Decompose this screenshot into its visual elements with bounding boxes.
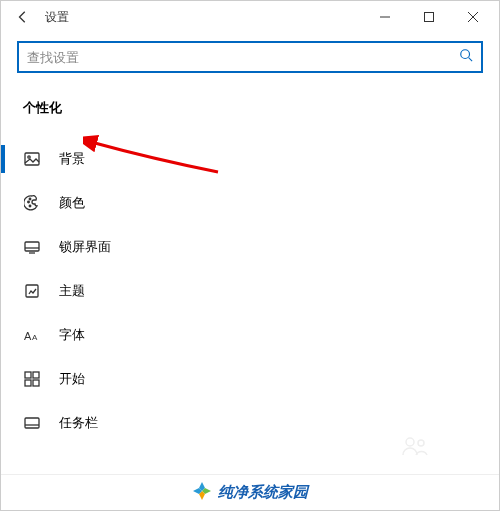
svg-point-24: [418, 440, 424, 446]
svg-text:A: A: [32, 333, 38, 342]
close-button[interactable]: [451, 1, 495, 33]
nav-list: 背景 颜色 锁屏界面 主题 AA 字体 开始 任务栏: [1, 137, 499, 445]
nav-item-label: 锁屏界面: [59, 238, 111, 256]
nav-item-label: 开始: [59, 370, 85, 388]
people-icon: [401, 436, 429, 460]
svg-point-10: [29, 205, 31, 207]
search-box[interactable]: [17, 41, 483, 73]
picture-icon: [23, 150, 41, 168]
svg-rect-20: [33, 380, 39, 386]
nav-item-start[interactable]: 开始: [1, 357, 499, 401]
brand-text: 纯净系统家园: [218, 483, 308, 502]
svg-rect-11: [25, 242, 39, 251]
svg-rect-14: [26, 285, 38, 297]
svg-rect-18: [33, 372, 39, 378]
start-icon: [23, 370, 41, 388]
svg-rect-21: [25, 418, 39, 428]
search-icon: [459, 48, 473, 66]
window-controls: [363, 1, 495, 33]
svg-point-9: [29, 198, 31, 200]
svg-point-4: [461, 50, 470, 59]
svg-rect-19: [25, 380, 31, 386]
taskbar-icon: [23, 414, 41, 432]
search-input[interactable]: [27, 50, 459, 65]
nav-item-label: 主题: [59, 282, 85, 300]
svg-point-7: [28, 156, 30, 158]
nav-item-label: 颜色: [59, 194, 85, 212]
back-button[interactable]: [5, 1, 41, 33]
category-title: 个性化: [1, 81, 499, 123]
palette-icon: [23, 194, 41, 212]
nav-item-background[interactable]: 背景: [1, 137, 499, 181]
nav-item-lockscreen[interactable]: 锁屏界面: [1, 225, 499, 269]
brand-logo-icon: [192, 481, 212, 505]
nav-item-themes[interactable]: 主题: [1, 269, 499, 313]
nav-item-label: 字体: [59, 326, 85, 344]
nav-item-fonts[interactable]: AA 字体: [1, 313, 499, 357]
footer-brand: 纯净系统家园: [1, 474, 499, 510]
nav-item-label: 任务栏: [59, 414, 98, 432]
titlebar: 设置: [1, 1, 499, 33]
svg-point-23: [406, 438, 414, 446]
svg-line-5: [469, 58, 473, 62]
minimize-button[interactable]: [363, 1, 407, 33]
nav-item-colors[interactable]: 颜色: [1, 181, 499, 225]
svg-point-8: [28, 201, 30, 203]
svg-rect-17: [25, 372, 31, 378]
svg-text:A: A: [24, 330, 32, 342]
maximize-button[interactable]: [407, 1, 451, 33]
lockscreen-icon: [23, 238, 41, 256]
theme-icon: [23, 282, 41, 300]
nav-item-label: 背景: [59, 150, 85, 168]
search-container: [1, 33, 499, 81]
window-title: 设置: [45, 9, 69, 26]
font-icon: AA: [23, 326, 41, 344]
svg-rect-1: [425, 13, 434, 22]
